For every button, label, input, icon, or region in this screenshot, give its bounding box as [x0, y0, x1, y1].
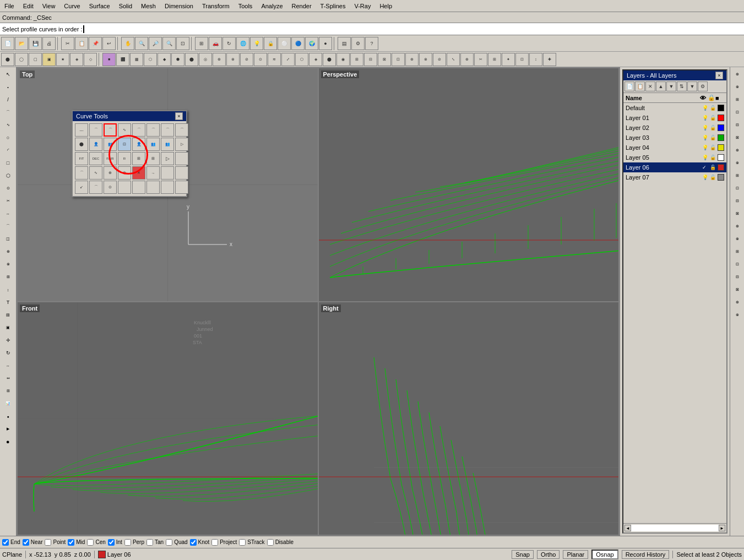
- tb-grid[interactable]: ⊞: [195, 37, 208, 50]
- fr-12[interactable]: ⊠: [730, 208, 745, 220]
- menu-file[interactable]: File: [0, 2, 19, 10]
- lt-rectangle[interactable]: □: [1, 157, 15, 169]
- tb-new[interactable]: 📄: [1, 37, 14, 50]
- fr-17[interactable]: ⊟: [730, 271, 745, 283]
- layers-copy-btn[interactable]: 📋: [635, 81, 645, 91]
- fr-8[interactable]: ⊗: [730, 157, 745, 169]
- tb2-9[interactable]: ⬛: [116, 53, 129, 66]
- tb-copy[interactable]: 📋: [75, 37, 88, 50]
- osnap-project-checkbox[interactable]: [211, 539, 218, 546]
- layer-default-vis[interactable]: 💡: [702, 105, 710, 111]
- layer-default-lock[interactable]: 🔓: [710, 105, 718, 111]
- osnap-mid[interactable]: Mid: [68, 539, 85, 546]
- layers-close-btn[interactable]: ×: [715, 72, 723, 79]
- ct-btn-26[interactable]: ∿: [89, 166, 102, 180]
- fr-10[interactable]: ⊡: [730, 182, 745, 194]
- tb2-2[interactable]: ◯: [15, 53, 28, 66]
- tb-zoom-all[interactable]: 🔍: [135, 37, 148, 50]
- lt-animate[interactable]: ▶: [1, 423, 15, 435]
- ct-btn-10[interactable]: 👤: [89, 138, 102, 151]
- fr-11[interactable]: ⊟: [730, 195, 745, 207]
- curve-tools-titlebar[interactable]: Curve Tools ×: [73, 111, 186, 121]
- tb2-29[interactable]: ⊡: [392, 53, 405, 66]
- lt-trim[interactable]: ✂: [1, 195, 15, 207]
- ct-btn-24[interactable]: [175, 152, 188, 165]
- command-input-bar[interactable]: Select profile curves in order :: [0, 23, 744, 35]
- lt-mirror[interactable]: ⇔: [1, 372, 15, 384]
- layer-row-01[interactable]: Layer 01 💡 🔓: [623, 113, 726, 123]
- osnap-quad[interactable]: Quad: [166, 539, 187, 546]
- ct-btn-11[interactable]: 👥: [104, 138, 117, 151]
- tb2-26[interactable]: ⊞: [350, 53, 363, 66]
- lt-select[interactable]: ↖: [1, 68, 15, 80]
- ct-btn-33[interactable]: ↙: [75, 181, 88, 194]
- layer-06-color[interactable]: [718, 164, 724, 171]
- layer-04-vis[interactable]: 💡: [702, 145, 710, 150]
- lt-render[interactable]: ●: [1, 410, 15, 422]
- layer-02-color[interactable]: [718, 124, 724, 131]
- menu-render[interactable]: Render: [287, 2, 316, 10]
- tb2-28[interactable]: ⊠: [378, 53, 391, 66]
- tb-rotate[interactable]: ↻: [222, 37, 236, 50]
- tb2-20[interactable]: ≋: [268, 53, 281, 66]
- ct-btn-12[interactable]: ⊡: [118, 138, 131, 151]
- lt-curve[interactable]: ∿: [1, 119, 15, 131]
- tb2-35[interactable]: ✂: [474, 53, 487, 66]
- tb2-7[interactable]: ◇: [84, 53, 97, 66]
- ct-btn-38[interactable]: [146, 181, 160, 194]
- layer-07-lock[interactable]: 🔓: [710, 175, 718, 180]
- tb-sphere[interactable]: ⚪: [278, 37, 291, 50]
- tb2-17[interactable]: ⊗: [226, 53, 240, 66]
- layer-row-06[interactable]: Layer 06 ✓ 🔓: [623, 162, 726, 172]
- tb2-6[interactable]: ◈: [70, 53, 83, 66]
- ct-btn-13[interactable]: 👤: [132, 138, 145, 151]
- ct-btn-14[interactable]: 👥: [146, 138, 160, 151]
- osnap-tan[interactable]: Tan: [146, 539, 164, 546]
- ortho-btn[interactable]: Ortho: [537, 550, 560, 559]
- menu-mesh[interactable]: Mesh: [137, 2, 160, 10]
- lt-point[interactable]: •: [1, 81, 15, 93]
- tb-props[interactable]: ⚙: [351, 37, 365, 50]
- snap-btn[interactable]: Snap: [512, 550, 534, 559]
- fr-3[interactable]: ⊞: [730, 94, 745, 106]
- osnap-strack[interactable]: STrack: [239, 539, 264, 546]
- ct-btn-29[interactable]: ✕: [132, 166, 145, 180]
- tb-print[interactable]: 🖨: [42, 37, 56, 50]
- menu-tsplines[interactable]: T-Splines: [316, 2, 350, 10]
- menu-transform[interactable]: Transform: [198, 2, 234, 10]
- lt-extrude[interactable]: ⊕: [1, 246, 15, 258]
- osnap-int-checkbox[interactable]: [108, 539, 115, 546]
- tb2-19[interactable]: ⊙: [254, 53, 267, 66]
- ct-btn-3[interactable]: ⌒: [104, 123, 117, 137]
- ct-btn-36[interactable]: [118, 181, 131, 194]
- menu-analyze[interactable]: Analyze: [257, 2, 287, 10]
- lt-arc[interactable]: ◜: [1, 144, 15, 156]
- layers-options-btn[interactable]: ⚙: [698, 81, 708, 91]
- ct-btn-20[interactable]: R: [118, 152, 131, 165]
- osnap-near[interactable]: Near: [23, 539, 43, 546]
- tb2-30[interactable]: ⊕: [405, 53, 419, 66]
- tb2-15[interactable]: ◎: [199, 53, 212, 66]
- tb2-31[interactable]: ⊗: [419, 53, 432, 66]
- curve-tools-close[interactable]: ×: [175, 112, 183, 120]
- menu-help[interactable]: Help: [375, 2, 397, 10]
- tb2-33[interactable]: ⤡: [447, 53, 460, 66]
- tb2-12[interactable]: ◆: [158, 53, 171, 66]
- ct-btn-1[interactable]: ---: [75, 123, 88, 137]
- ct-btn-2[interactable]: ⌒: [89, 123, 102, 137]
- tb2-5[interactable]: ★: [56, 53, 69, 66]
- scroll-track[interactable]: [631, 525, 719, 531]
- fr-4[interactable]: ⊡: [730, 106, 745, 118]
- tb-render-b[interactable]: ●: [319, 37, 332, 50]
- osnap-point-checkbox[interactable]: [45, 539, 51, 546]
- layer-01-vis[interactable]: 💡: [702, 115, 710, 121]
- menu-view[interactable]: View: [38, 2, 60, 10]
- layers-new-btn[interactable]: 📄: [624, 81, 634, 91]
- layer-03-color[interactable]: [718, 134, 724, 141]
- layer-row-05[interactable]: Layer 05 💡 🔓: [623, 153, 726, 162]
- osnap-strack-checkbox[interactable]: [239, 539, 246, 546]
- ct-btn-35[interactable]: ⊙: [104, 181, 117, 194]
- menu-dimension[interactable]: Dimension: [160, 2, 198, 10]
- osnap-near-checkbox[interactable]: [23, 539, 29, 546]
- layer-05-lock[interactable]: 🔓: [710, 155, 718, 160]
